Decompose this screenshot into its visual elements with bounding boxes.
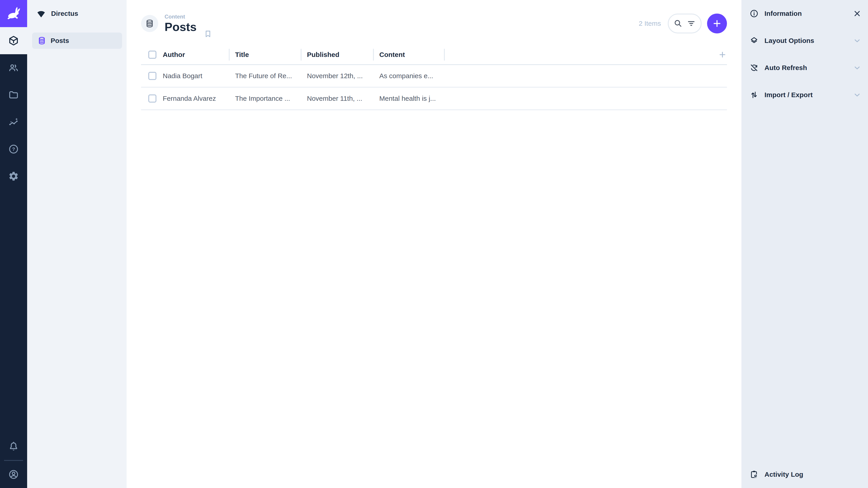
module-settings[interactable] — [0, 163, 27, 190]
bell-icon — [8, 441, 19, 452]
plus-icon — [712, 19, 722, 29]
table-header-row: Author Title Published Content — [141, 45, 727, 65]
search-button[interactable] — [674, 19, 683, 28]
sidebar-section-information[interactable]: Information — [741, 0, 868, 27]
bookmark-button[interactable] — [204, 29, 213, 38]
cell-author: Nadia Bogart — [163, 72, 229, 80]
module-bar-spacer — [0, 190, 27, 433]
info-icon — [749, 9, 758, 18]
column-header-title[interactable]: Title — [229, 45, 301, 64]
chevron-down-icon — [852, 63, 862, 72]
table-row[interactable]: Fernanda Alvarez The Importance ... Nove… — [141, 88, 727, 110]
nav-item-posts[interactable]: Posts — [32, 33, 122, 49]
column-header-published[interactable]: Published — [301, 45, 373, 64]
title-block: Content Posts — [164, 13, 197, 34]
import-export-icon — [749, 90, 758, 99]
directus-logo[interactable] — [0, 0, 27, 27]
cell-author: Fernanda Alvarez — [163, 95, 229, 102]
search-filter-pill — [668, 13, 702, 33]
cell-title: The Future of Re... — [229, 72, 301, 80]
sidebar-section-label: Information — [765, 10, 847, 18]
activity-log-label: Activity Log — [765, 470, 862, 478]
items-table: Author Title Published Content Nadia Bog… — [141, 45, 727, 110]
sidebar-section-import-export[interactable]: Import / Export — [741, 81, 868, 108]
project-name: Directus — [51, 10, 78, 18]
row-checkbox[interactable] — [148, 94, 156, 103]
module-insights[interactable] — [0, 108, 27, 135]
sidebar-section-layout-options[interactable]: Layout Options — [741, 27, 868, 54]
chevron-down-icon — [852, 36, 862, 45]
module-content[interactable] — [0, 27, 27, 54]
filter-icon — [687, 19, 696, 28]
project-header[interactable]: Directus — [27, 0, 127, 27]
rabbit-logo-icon — [5, 5, 22, 22]
box-icon — [8, 35, 19, 46]
module-bar: ? — [0, 0, 27, 488]
svg-text:?: ? — [12, 147, 15, 152]
account-circle-icon — [8, 469, 19, 480]
column-header-author[interactable]: Author — [163, 45, 229, 64]
cell-content: Mental health is j... — [373, 95, 445, 102]
page-title: Posts — [164, 20, 197, 34]
nav-sidebar: Directus Posts — [27, 0, 127, 488]
sidebar-section-auto-refresh[interactable]: Auto Refresh — [741, 54, 868, 81]
table-row[interactable]: Nadia Bogart The Future of Re... Novembe… — [141, 65, 727, 88]
insights-icon — [8, 117, 19, 127]
sidebar-section-label: Import / Export — [765, 91, 847, 99]
cell-published: November 11th, ... — [301, 95, 373, 102]
close-icon — [852, 9, 862, 18]
search-icon — [674, 19, 683, 28]
account-button[interactable] — [0, 461, 27, 488]
sidebar-section-label: Auto Refresh — [765, 64, 847, 72]
cell-content: As companies e... — [373, 72, 445, 80]
nav-item-label: Posts — [51, 37, 69, 44]
close-sidebar-button[interactable] — [852, 9, 862, 18]
collection-icon-circle[interactable] — [141, 15, 158, 32]
app-window: ? — [0, 0, 868, 488]
database-icon — [37, 36, 46, 45]
items-count: 2 Items — [639, 20, 661, 27]
refresh-off-icon — [749, 63, 758, 72]
notifications-button[interactable] — [0, 433, 27, 460]
users-icon — [8, 62, 19, 73]
module-files[interactable] — [0, 81, 27, 108]
chevron-down-icon — [852, 90, 862, 99]
add-column-button[interactable] — [718, 50, 727, 59]
select-all-checkbox[interactable] — [148, 51, 156, 59]
row-checkbox[interactable] — [148, 72, 156, 80]
right-sidebar: Information Layout Options — [741, 0, 868, 488]
layers-icon — [749, 36, 758, 45]
cell-title: The Importance ... — [229, 95, 301, 102]
main-content: Content Posts 2 Items — [127, 0, 741, 488]
activity-log-icon — [749, 470, 758, 479]
plus-icon — [718, 50, 727, 59]
cell-published: November 12th, ... — [301, 72, 373, 80]
bookmark-icon — [204, 29, 213, 38]
create-item-button[interactable] — [707, 13, 727, 33]
help-icon: ? — [8, 144, 19, 155]
gear-icon — [8, 171, 19, 182]
sidebar-section-label: Layout Options — [765, 37, 847, 44]
breadcrumb[interactable]: Content — [164, 13, 197, 20]
module-help[interactable]: ? — [0, 135, 27, 163]
folder-icon — [8, 90, 19, 100]
project-logo-icon — [36, 8, 46, 19]
header-actions: 2 Items — [639, 13, 727, 33]
activity-log-button[interactable]: Activity Log — [741, 461, 868, 488]
database-icon — [145, 19, 154, 28]
filter-button[interactable] — [687, 19, 696, 28]
column-header-content[interactable]: Content — [373, 45, 445, 64]
module-users[interactable] — [0, 54, 27, 81]
page-header: Content Posts 2 Items — [127, 0, 741, 41]
